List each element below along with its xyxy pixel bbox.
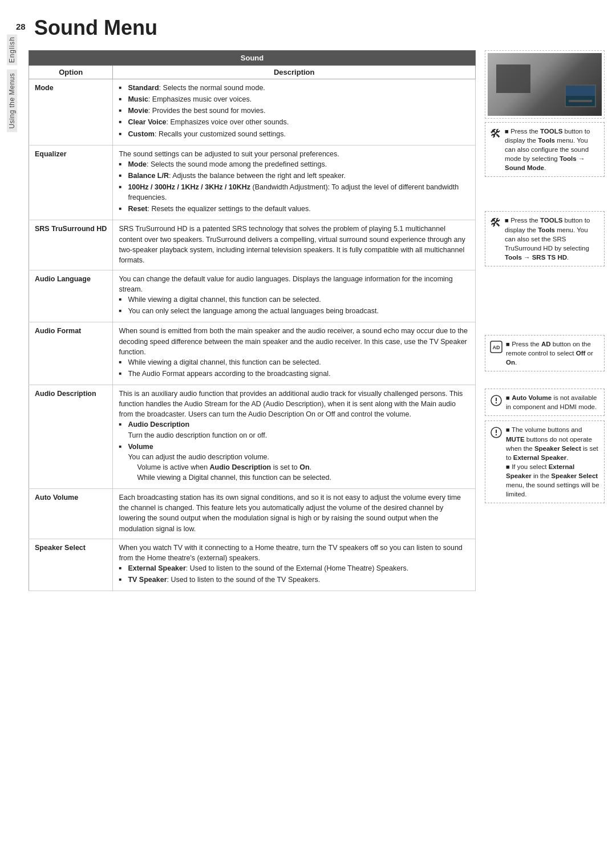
col-option-header: Option bbox=[29, 66, 113, 79]
page-title: Sound Menu bbox=[34, 16, 605, 40]
table-row: Equalizer The sound settings can be adju… bbox=[29, 145, 476, 220]
row-option-mode: Mode bbox=[29, 79, 113, 145]
note-icon-1 bbox=[490, 394, 502, 407]
tv-image bbox=[488, 53, 602, 116]
note-tools-sound-mode: 🛠 ■ Press the TOOLS button to display th… bbox=[485, 122, 605, 177]
row-option-auto-volume: Auto Volume bbox=[29, 489, 113, 539]
table-row: Audio Description This is an auxiliary a… bbox=[29, 385, 476, 489]
tools-icon-2: 🛠 bbox=[490, 217, 501, 228]
layout-wrapper: Sound Option Description Mode Standard: … bbox=[29, 50, 605, 591]
row-desc-srs: SRS TruSurround HD is a patented SRS tec… bbox=[113, 220, 476, 270]
svg-point-7 bbox=[496, 434, 497, 435]
table-row: Speaker Select When you watch TV with it… bbox=[29, 539, 476, 591]
note-auto-volume: ■ Auto Volume is not available in compon… bbox=[485, 389, 605, 416]
side-labels: English Using the Menus bbox=[0, 34, 24, 377]
side-notes: 🛠 ■ Press the TOOLS button to display th… bbox=[485, 50, 605, 503]
note-icon-2 bbox=[490, 426, 502, 439]
row-desc-equalizer: The sound settings can be adjusted to su… bbox=[113, 145, 476, 220]
table-row: Mode Standard: Selects the normal sound … bbox=[29, 79, 476, 145]
svg-text:AD: AD bbox=[493, 345, 500, 350]
row-desc-mode: Standard: Selects the normal sound mode.… bbox=[113, 79, 476, 145]
row-desc-auto-volume: Each broadcasting station has its own si… bbox=[113, 489, 476, 539]
language-label: English bbox=[7, 34, 17, 65]
table-header-cell: Sound bbox=[29, 51, 476, 66]
sound-table: Sound Option Description Mode Standard: … bbox=[29, 50, 476, 591]
svg-point-4 bbox=[496, 402, 497, 403]
table-row: Audio Format When sound is emitted from … bbox=[29, 322, 476, 385]
row-option-equalizer: Equalizer bbox=[29, 145, 113, 220]
note-text-3: ■ Press the AD button on the remote cont… bbox=[506, 339, 599, 367]
table-header: Sound bbox=[29, 51, 476, 66]
note-text-2: ■ Press the TOOLS button to display the … bbox=[505, 216, 599, 261]
page-number: 28 bbox=[16, 22, 26, 31]
row-desc-audio-format: When sound is emitted from both the main… bbox=[113, 322, 476, 385]
row-option-audio-format: Audio Format bbox=[29, 322, 113, 385]
row-option-speaker-select: Speaker Select bbox=[29, 539, 113, 591]
table-area: Sound Option Description Mode Standard: … bbox=[29, 50, 476, 591]
row-desc-speaker-select: When you watch TV with it connecting to … bbox=[113, 539, 476, 591]
row-desc-audio-language: You can change the default value for aud… bbox=[113, 270, 476, 322]
table-row: Audio Language You can change the defaul… bbox=[29, 270, 476, 322]
note-text-5: ■ The volume buttons and MUTE buttons do… bbox=[506, 425, 599, 499]
section-label: Using the Menus bbox=[7, 70, 17, 132]
table-row: Auto Volume Each broadcasting station ha… bbox=[29, 489, 476, 539]
note-text-4: ■ Auto Volume is not available in compon… bbox=[506, 393, 599, 411]
table-row: SRS TruSurround HD SRS TruSurround HD is… bbox=[29, 220, 476, 270]
row-option-srs: SRS TruSurround HD bbox=[29, 220, 113, 270]
note-speaker-select: ■ The volume buttons and MUTE buttons do… bbox=[485, 421, 605, 503]
col-description-header: Description bbox=[113, 66, 476, 79]
main-content: Sound Menu Sound Option Description Mode bbox=[29, 0, 605, 591]
tools-icon-1: 🛠 bbox=[490, 128, 501, 139]
tv-image-box bbox=[485, 50, 605, 119]
note-text-1: ■ Press the TOOLS button to display the … bbox=[505, 127, 599, 172]
column-headers: Option Description bbox=[29, 66, 476, 79]
row-option-audio-description: Audio Description bbox=[29, 385, 113, 489]
note-tools-srs: 🛠 ■ Press the TOOLS button to display th… bbox=[485, 211, 605, 266]
row-option-audio-language: Audio Language bbox=[29, 270, 113, 322]
note-ad-button: AD ■ Press the AD button on the remote c… bbox=[485, 335, 605, 371]
ad-icon: AD bbox=[490, 341, 502, 353]
row-desc-audio-description: This is an auxiliary audio function that… bbox=[113, 385, 476, 489]
